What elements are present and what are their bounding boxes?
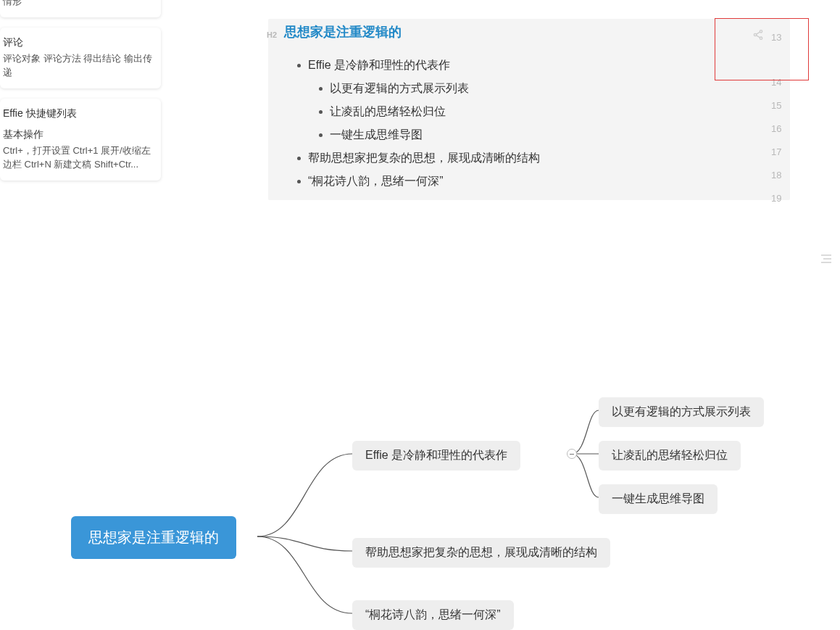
mindmap-canvas[interactable]: 思想家是注重逻辑的 Effie 是冷静和理性的代表作 以更有逻辑的方式展示列表 … <box>0 223 840 630</box>
sidebar-card[interactable]: 评论 评论对象 评论方法 得出结论 输出传递 <box>0 28 161 88</box>
node-label: 让凌乱的思绪轻松归位 <box>612 449 728 461</box>
bullet-item[interactable]: Effie 是冷静和理性的代表作 <box>268 54 790 77</box>
bullet-item[interactable]: 以更有逻辑的方式展示列表 <box>268 77 790 100</box>
node-label: Effie 是冷静和理性的代表作 <box>365 449 507 461</box>
highlight-box <box>715 18 809 80</box>
editor-heading-row[interactable]: H2 思想家是注重逻辑的 <box>268 19 790 54</box>
mindmap-node[interactable]: Effie 是冷静和理性的代表作 <box>352 441 520 471</box>
card-subtitle: 基本操作 <box>3 127 152 142</box>
node-label: “桐花诗八韵，思绪一何深” <box>365 608 501 621</box>
heading-level-tag: H2 <box>267 23 277 46</box>
bullet-item[interactable]: 一键生成思维导图 <box>268 123 790 146</box>
node-label: 思想家是注重逻辑的 <box>88 529 219 545</box>
line-number: 19 <box>771 187 781 210</box>
line-number: 15 <box>771 94 781 117</box>
bullet-item[interactable]: “桐花诗八韵，思绪一何深” <box>268 170 790 193</box>
mindmap-root-node[interactable]: 思想家是注重逻辑的 <box>71 516 236 559</box>
node-label: 以更有逻辑的方式展示列表 <box>612 405 751 418</box>
sidebar: 情形 评论 评论对象 评论方法 得出结论 输出传递 Effie 快捷键列表 基本… <box>0 0 161 191</box>
node-label: 帮助思想家把复杂的思想，展现成清晰的结构 <box>365 546 597 558</box>
card-body: Ctrl+，打开设置 Ctrl+1 展开/收缩左边栏 Ctrl+N 新建文稿 S… <box>3 144 152 172</box>
mindmap-node[interactable]: 让凌乱的思绪轻松归位 <box>599 441 741 471</box>
line-number: 18 <box>771 164 781 187</box>
mindmap-menu-icon[interactable] <box>820 254 833 264</box>
mindmap-node[interactable]: “桐花诗八韵，思绪一何深” <box>352 600 514 630</box>
sidebar-card[interactable]: Effie 快捷键列表 基本操作 Ctrl+，打开设置 Ctrl+1 展开/收缩… <box>0 99 161 181</box>
card-snippet: 情形 <box>3 0 152 9</box>
card-title: 评论 <box>3 35 152 50</box>
line-number: 16 <box>771 117 781 141</box>
mindmap-node[interactable]: 以更有逻辑的方式展示列表 <box>599 397 764 427</box>
mindmap-node[interactable]: 一键生成思维导图 <box>599 484 718 514</box>
card-title: Effie 快捷键列表 <box>3 106 152 121</box>
mindmap-node[interactable]: 帮助思想家把复杂的思想，展现成清晰的结构 <box>352 538 610 568</box>
bullet-item[interactable]: 帮助思想家把复杂的思想，展现成清晰的结构 <box>268 146 790 170</box>
card-body: 评论对象 评论方法 得出结论 输出传递 <box>3 51 152 80</box>
bullet-item[interactable]: 让凌乱的思绪轻松归位 <box>268 100 790 123</box>
collapse-toggle-icon[interactable] <box>567 449 577 459</box>
line-number: 17 <box>771 141 781 164</box>
node-label: 一键生成思维导图 <box>612 492 704 505</box>
sidebar-card[interactable]: 情形 <box>0 0 161 17</box>
editor-panel[interactable]: H2 思想家是注重逻辑的 Effie 是冷静和理性的代表作 以更有逻辑的方式展示… <box>268 19 790 200</box>
